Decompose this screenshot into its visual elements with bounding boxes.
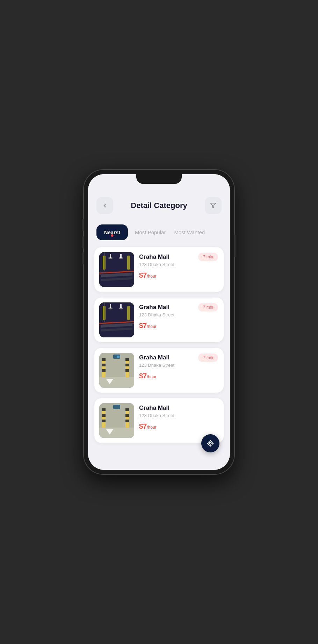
tab-most-wanted[interactable]: Most Wanted [173, 227, 206, 237]
svg-rect-42 [99, 353, 134, 388]
header: Detail Category [88, 192, 230, 221]
tab-active-dot [111, 234, 114, 237]
time-badge-3: 7 min [198, 353, 218, 362]
card-price-3: $7/hour [139, 372, 219, 380]
parking-image-2 [99, 302, 134, 337]
card-address-3: 123 Dhaka Street [139, 363, 219, 368]
svg-rect-55 [99, 403, 134, 438]
card-name-4: Graha Mall [139, 405, 219, 412]
parking-image-4 [99, 403, 134, 438]
card-info-4: Graha Mall 123 Dhaka Street $7/hour [139, 403, 219, 430]
parking-image-1 [99, 252, 134, 287]
card-address-2: 123 Dhaka Street [139, 312, 219, 317]
notch [136, 174, 182, 184]
time-badge-2: 7 min [198, 303, 218, 312]
card-address-1: 123 Dhaka Street [139, 262, 219, 267]
parking-card-2[interactable]: Graha Mall 123 Dhaka Street $7/hour 7 mi… [94, 298, 224, 342]
location-fab[interactable] [201, 434, 219, 452]
parking-card-3[interactable]: Graha Mall 123 Dhaka Street $7/hour 7 mi… [94, 348, 224, 393]
filter-button[interactable] [205, 197, 222, 214]
svg-point-13 [108, 257, 113, 259]
card-price-2: $7/hour [139, 322, 219, 330]
cards-list: Graha Mall 123 Dhaka Street $7/hour 7 mi… [88, 247, 230, 443]
svg-point-28 [119, 307, 123, 309]
card-price-4: $7/hour [139, 422, 219, 430]
svg-point-14 [119, 257, 123, 259]
svg-point-57 [208, 441, 213, 446]
svg-point-56 [209, 442, 211, 444]
svg-marker-0 [210, 203, 216, 208]
card-price-1: $7/hour [139, 271, 219, 279]
phone-frame: Detail Category Nearst Most Popular [84, 170, 234, 474]
tabs-section: Nearst Most Popular Most Wanted [88, 221, 230, 247]
svg-point-27 [108, 307, 113, 309]
back-button[interactable] [96, 197, 113, 214]
screen: Detail Category Nearst Most Popular [88, 174, 230, 470]
parking-image-3 [99, 353, 134, 388]
time-badge-1: 7 min [198, 253, 218, 261]
page-title: Detail Category [131, 201, 187, 210]
card-address-4: 123 Dhaka Street [139, 413, 219, 418]
parking-card-1[interactable]: Graha Mall 123 Dhaka Street $7/hour 7 mi… [94, 247, 224, 292]
tab-nearst[interactable]: Nearst [96, 224, 128, 240]
tab-most-popular[interactable]: Most Popular [133, 227, 167, 237]
